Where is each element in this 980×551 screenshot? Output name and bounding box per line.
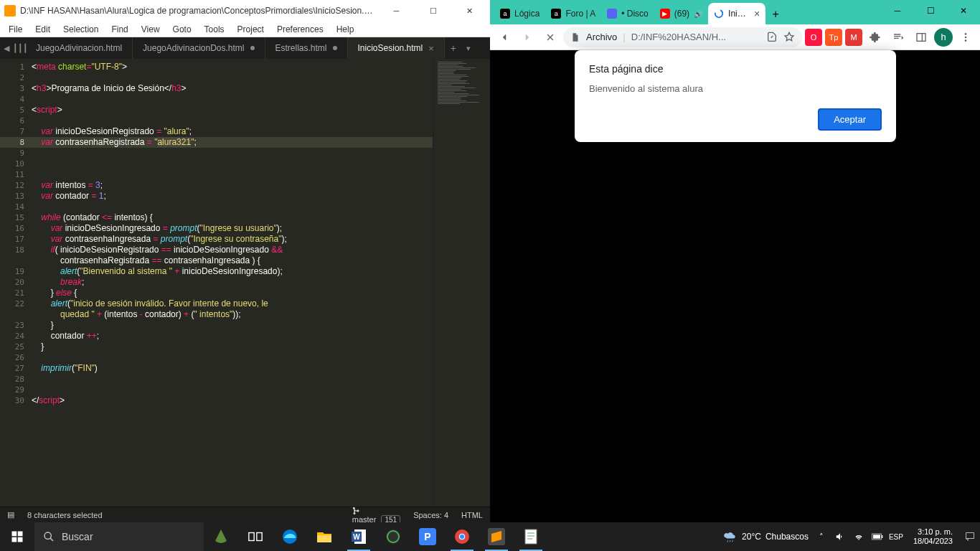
tab-columns-icon[interactable]: ┃┃┃ (13, 44, 26, 53)
tray-wifi-icon[interactable] (853, 531, 864, 542)
dirty-indicator-icon (250, 46, 255, 50)
menu-find[interactable]: Find (105, 23, 133, 36)
taskbar-p-app-icon[interactable]: P (410, 522, 445, 551)
svg-rect-9 (18, 537, 23, 542)
reading-list-icon[interactable] (888, 27, 908, 47)
omnibox-url: D:/INF%20HASAN/H... (631, 32, 760, 42)
forward-button[interactable] (517, 27, 537, 47)
taskbar-obs-icon[interactable] (376, 522, 410, 551)
browser-tab-discord[interactable]: • Disco (601, 3, 654, 24)
dialog-ok-button[interactable]: Aceptar (818, 108, 882, 131)
share-icon[interactable] (766, 32, 778, 43)
menu-tools[interactable]: Tools (199, 23, 230, 36)
start-button[interactable] (0, 522, 34, 551)
omnibox[interactable]: Archivo | D:/INF%20HASAN/H... (563, 27, 802, 47)
tray-chevron-up-icon[interactable]: ˄ (816, 531, 827, 542)
tray-battery-icon[interactable] (872, 531, 883, 542)
notifications-icon[interactable] (964, 531, 976, 542)
tab-dropdown-icon[interactable]: ▾ (462, 44, 475, 53)
tab-scroll-left-icon[interactable]: ◀ (0, 44, 13, 53)
svg-rect-34 (873, 534, 880, 538)
svg-rect-6 (12, 532, 17, 537)
maximize-button[interactable]: ☐ (417, 0, 449, 22)
tab-juegoadivinacion[interactable]: JuegoAdivinacion.html (26, 37, 133, 59)
menu-selection[interactable]: Selection (57, 23, 104, 36)
chrome-menu-icon[interactable] (956, 27, 976, 47)
tab-estrellas[interactable]: Estrellas.html (265, 37, 348, 59)
taskbar-chrome-icon[interactable] (445, 522, 479, 551)
browser-tab-foro[interactable]: aForo | A (545, 3, 601, 24)
taskbar-clock[interactable]: 3:10 p. m. 18/04/2023 (909, 527, 957, 546)
favicon-icon: a (500, 9, 510, 19)
sidebar-toggle-icon[interactable]: ▤ (7, 510, 14, 519)
menu-help[interactable]: Help (331, 23, 360, 36)
tab-iniciosesion[interactable]: InicioSesion.html× (348, 37, 445, 59)
menu-preferences[interactable]: Preferences (271, 23, 329, 36)
svg-rect-8 (12, 537, 17, 542)
gutter[interactable]: 1234567891011121314151617181920212223242… (0, 59, 32, 507)
status-spaces[interactable]: Spaces: 4 (413, 511, 448, 519)
tab-juegoadivinaciondos[interactable]: JuegoAdivinacionDos.html (133, 37, 265, 59)
dirty-indicator-icon (333, 46, 337, 50)
tray-language-icon[interactable]: ESP (890, 531, 902, 542)
chrome-minimize-button[interactable]: ─ (881, 0, 914, 22)
menu-project[interactable]: Project (232, 23, 270, 36)
sublime-window: D:\INF HASAN\Hasan\Alura\Logica de progr… (0, 0, 490, 522)
tab-label: InicioSesion.html (358, 43, 423, 53)
svg-point-0 (715, 10, 723, 18)
chrome-toolbar: Archivo | D:/INF%20HASAN/H... O Tp M h (490, 24, 980, 50)
tab-close-icon[interactable]: × (754, 8, 760, 19)
tab-label: JuegoAdivinacionDos.html (143, 43, 244, 53)
weather-widget[interactable]: 20°C Chubascos (723, 529, 809, 544)
extensions-icon[interactable] (865, 27, 885, 47)
tray-volume-icon[interactable] (834, 531, 846, 542)
statusbar: ▤ 8 characters selected master 151 Space… (0, 507, 490, 522)
chrome-close-button[interactable]: ✕ (947, 0, 980, 22)
stop-reload-button[interactable] (540, 27, 560, 47)
new-tab-button[interactable]: + (445, 42, 462, 54)
ext-tp-icon[interactable]: Tp (825, 29, 842, 46)
menu-edit[interactable]: Edit (29, 23, 56, 36)
sublime-menubar: File Edit Selection Find View Goto Tools… (0, 22, 490, 37)
ext-mendeley-icon[interactable]: M (845, 29, 862, 46)
git-branch[interactable]: master 151 (352, 507, 400, 524)
browser-tab-youtube[interactable]: ▶(69)🔊 (654, 3, 708, 24)
sidepanel-icon[interactable] (911, 27, 931, 47)
new-browser-tab-button[interactable]: + (765, 4, 786, 24)
chrome-maximize-button[interactable]: ☐ (914, 0, 947, 22)
menu-file[interactable]: File (3, 23, 28, 36)
dialog-title: Esta página dice (589, 63, 882, 75)
back-button[interactable] (494, 27, 514, 47)
js-alert-dialog: Esta página dice Bienvenido al sistema a… (575, 50, 896, 142)
taskbar-sublime-icon[interactable] (479, 522, 514, 551)
tab-label: JuegoAdivinacion.html (36, 43, 122, 53)
taskbar-taskview-icon[interactable] (238, 522, 273, 551)
taskbar-explorer-icon[interactable] (307, 522, 341, 551)
chrome-window-controls: ─ ☐ ✕ (881, 0, 980, 22)
close-button[interactable]: ✕ (453, 0, 486, 22)
browser-tab-logica[interactable]: aLógica (494, 3, 545, 24)
browser-viewport: Esta página dice Bienvenido al sistema a… (490, 50, 980, 522)
audio-icon[interactable]: 🔊 (694, 10, 702, 18)
file-icon (570, 32, 580, 42)
taskbar-word-icon[interactable]: W (341, 522, 376, 551)
taskbar-edge-icon[interactable] (273, 522, 307, 551)
sublime-titlebar[interactable]: D:\INF HASAN\Hasan\Alura\Logica de progr… (0, 0, 490, 22)
taskbar-search[interactable]: Buscar (34, 522, 204, 551)
bookmark-star-icon[interactable] (783, 32, 795, 43)
minimap[interactable] (433, 59, 490, 507)
ext-opera-icon[interactable]: O (805, 29, 822, 46)
taskbar-notepad-icon[interactable] (514, 522, 548, 551)
weather-icon (723, 529, 738, 544)
tab-close-icon[interactable]: × (428, 43, 434, 54)
browser-tab-inicio[interactable]: Inicio × (708, 3, 765, 24)
minimize-button[interactable]: ─ (380, 0, 413, 22)
status-syntax[interactable]: HTML (461, 511, 483, 519)
taskbar-rainmeter-icon[interactable] (204, 522, 238, 551)
svg-rect-1 (917, 33, 925, 41)
menu-goto[interactable]: Goto (167, 23, 197, 36)
svg-text:P: P (424, 531, 430, 542)
profile-avatar[interactable]: h (934, 28, 953, 47)
code-area[interactable]: <meta charset="UTF-8"> <h3>Programa de I… (32, 59, 433, 507)
menu-view[interactable]: View (136, 23, 166, 36)
